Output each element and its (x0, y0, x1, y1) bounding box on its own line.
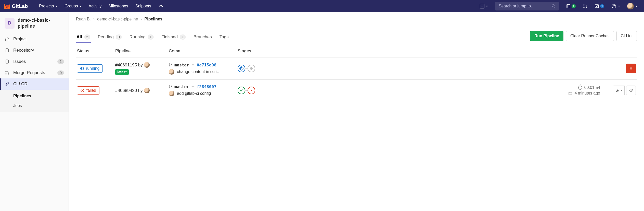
merge-request-icon (5, 71, 10, 75)
chevron-down-icon (635, 6, 637, 7)
pipeline-id[interactable]: #40689420 (115, 88, 137, 93)
main-content: Ruan B. › demo-ci-basic-pipeline › Pipel… (69, 12, 644, 211)
pipeline-stages (238, 87, 324, 94)
nav-milestones[interactable]: Milestones (106, 2, 131, 10)
branch-icon (169, 85, 172, 89)
stage-created[interactable] (248, 65, 255, 72)
commit-message[interactable]: change content in scri… (177, 69, 221, 74)
merge-request-icon (583, 4, 587, 8)
todos-count-badge: 1 (600, 4, 604, 8)
rocket-icon (5, 82, 10, 86)
clear-caches-button[interactable]: Clear Runner Caches (566, 31, 614, 41)
sidebar-item-project[interactable]: Project (0, 33, 69, 45)
brand-logo[interactable]: GitLab (4, 3, 28, 9)
nav-snippets-label: Snippets (135, 4, 151, 8)
pipeline-stages (238, 65, 324, 72)
run-pipeline-button[interactable]: Run Pipeline (530, 31, 563, 41)
search-icon (551, 4, 556, 8)
nav-activity-label: Activity (89, 4, 102, 8)
crumb-project[interactable]: demo-ci-basic-pipeline (97, 17, 138, 21)
tab-label: Running (130, 34, 146, 40)
sidebar-item-merge-requests[interactable]: Merge Requests 0 (0, 67, 69, 78)
svg-rect-6 (595, 5, 599, 8)
sidebar-item-label: Issues (13, 59, 26, 64)
branch-name[interactable]: master (174, 63, 189, 67)
sidebar-item-issues[interactable]: Issues 1 (0, 56, 69, 67)
sidebar-sub-pipelines[interactable]: Pipelines (0, 91, 69, 101)
svg-point-5 (586, 7, 587, 8)
stage-passed[interactable] (238, 87, 245, 94)
sidebar-item-cicd[interactable]: CI / CD (0, 78, 69, 90)
branch-name[interactable]: master (174, 84, 189, 89)
tab-count: 2 (84, 34, 90, 40)
tab-label: Pending (98, 34, 114, 40)
project-avatar: D (5, 18, 15, 29)
global-search[interactable] (495, 2, 559, 10)
retry-pipeline-button[interactable] (626, 86, 636, 95)
pipeline-id[interactable]: #40691195 (115, 63, 137, 67)
stopwatch-icon (578, 86, 582, 90)
cancel-pipeline-button[interactable] (626, 64, 636, 73)
nav-perf-bar[interactable] (155, 2, 166, 10)
nav-snippets[interactable]: Snippets (132, 2, 154, 10)
commit-message[interactable]: add gitlab-ci config (177, 91, 211, 96)
tab-label: Finished (161, 34, 178, 40)
tab-pending[interactable]: Pending 0 (97, 31, 122, 43)
sidebar-item-label: Repository (13, 48, 34, 53)
commit-sha[interactable]: 0e715e98 (197, 63, 216, 67)
svg-point-4 (584, 7, 584, 8)
nav-issues-link[interactable]: 1 (563, 4, 578, 8)
project-sidebar: D demo-ci-basic-pipeline Project Reposit… (0, 12, 69, 211)
issues-count-badge: 1 (572, 4, 576, 8)
author-avatar[interactable] (169, 91, 174, 96)
chevron-right-icon: › (140, 17, 142, 21)
by-text: by (138, 88, 143, 93)
status-badge[interactable]: running (77, 64, 103, 73)
nav-new-menu[interactable]: + (477, 4, 491, 8)
primary-nav: Projects Groups Activity Milestones Snip… (36, 2, 166, 10)
nav-groups[interactable]: Groups (61, 2, 84, 10)
nav-user-menu[interactable] (625, 3, 640, 9)
nav-activity[interactable]: Activity (86, 2, 105, 10)
nav-projects[interactable]: Projects (36, 2, 60, 10)
ci-lint-button[interactable]: CI Lint (616, 31, 637, 41)
commit-sha[interactable]: f2848007 (197, 84, 216, 89)
close-icon (629, 66, 633, 71)
col-pipeline: Pipeline (115, 49, 166, 54)
nav-help-menu[interactable] (609, 4, 623, 9)
search-input[interactable] (498, 4, 551, 9)
plus-icon: + (480, 4, 484, 8)
manual-actions-button[interactable] (613, 86, 625, 95)
col-status: Status (77, 49, 113, 54)
tab-running[interactable]: Running 1 (129, 31, 154, 43)
status-label: running (86, 66, 99, 71)
sidebar-item-repository[interactable]: Repository (0, 45, 69, 56)
sidebar-sub-jobs[interactable]: Jobs (0, 101, 69, 111)
pipeline-actions: Run Pipeline Clear Runner Caches CI Lint (530, 31, 637, 44)
svg-point-8 (614, 7, 614, 7)
svg-point-19 (169, 87, 170, 88)
triggerer-avatar[interactable] (144, 62, 150, 68)
tab-label: Tags (220, 34, 229, 40)
sidebar-sub-label: Jobs (13, 103, 22, 108)
tab-tags[interactable]: Tags (219, 31, 229, 43)
sidebar-project-header[interactable]: D demo-ci-basic-pipeline (0, 15, 69, 33)
tab-label: Branches (194, 34, 212, 40)
sidebar-sub-label: Pipelines (13, 94, 31, 98)
chevron-down-icon (55, 6, 57, 7)
gauge-icon (158, 4, 163, 9)
tab-finished[interactable]: Finished 1 (161, 31, 186, 43)
svg-point-20 (171, 86, 172, 86)
svg-point-11 (6, 74, 6, 74)
tab-branches[interactable]: Branches (193, 31, 212, 43)
crumb-owner[interactable]: Ruan B. (76, 17, 91, 21)
stage-failed[interactable] (248, 87, 255, 94)
tab-all[interactable]: All 2 (76, 31, 91, 43)
stage-running[interactable] (238, 65, 245, 72)
chevron-down-icon (486, 6, 488, 7)
nav-mr-link[interactable] (580, 4, 590, 8)
status-badge[interactable]: failed (77, 86, 99, 95)
nav-todos-link[interactable]: 1 (592, 4, 607, 8)
triggerer-avatar[interactable] (144, 88, 150, 93)
author-avatar[interactable] (169, 69, 174, 75)
